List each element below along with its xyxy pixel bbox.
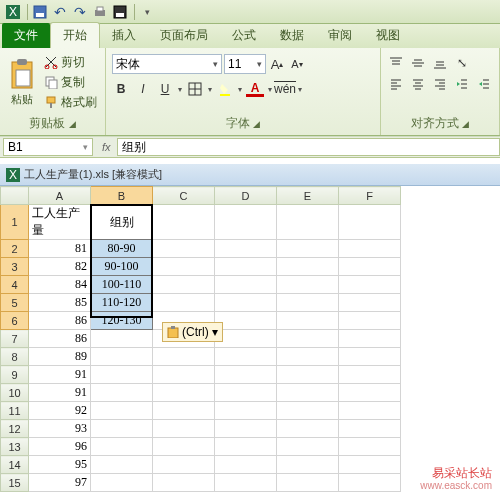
- increase-indent-icon[interactable]: [475, 75, 493, 93]
- cell[interactable]: [277, 240, 339, 258]
- cell[interactable]: [215, 258, 277, 276]
- row-header[interactable]: 5: [1, 294, 29, 312]
- row-header[interactable]: 15: [1, 474, 29, 492]
- cell[interactable]: [339, 312, 401, 330]
- cell[interactable]: 97: [29, 474, 91, 492]
- cell[interactable]: [277, 258, 339, 276]
- cell[interactable]: 80-90: [91, 240, 153, 258]
- cell[interactable]: [215, 312, 277, 330]
- font-name-combo[interactable]: 宋体▾: [112, 54, 222, 74]
- cell[interactable]: 82: [29, 258, 91, 276]
- cell[interactable]: [215, 402, 277, 420]
- row-header[interactable]: 14: [1, 456, 29, 474]
- tab-file[interactable]: 文件: [2, 23, 50, 48]
- cell[interactable]: [339, 474, 401, 492]
- cell[interactable]: 85: [29, 294, 91, 312]
- cell[interactable]: [339, 276, 401, 294]
- formula-input[interactable]: [117, 138, 500, 156]
- row-header[interactable]: 10: [1, 384, 29, 402]
- name-box[interactable]: B1▾: [3, 138, 93, 156]
- bold-icon[interactable]: B: [112, 80, 130, 98]
- align-right-icon[interactable]: [431, 75, 449, 93]
- cell[interactable]: [339, 402, 401, 420]
- underline-icon[interactable]: U: [156, 80, 174, 98]
- select-all-corner[interactable]: [1, 187, 29, 205]
- cell[interactable]: [91, 330, 153, 348]
- cell[interactable]: [215, 294, 277, 312]
- cell[interactable]: [277, 348, 339, 366]
- cell[interactable]: [339, 438, 401, 456]
- cell[interactable]: [277, 205, 339, 240]
- cell[interactable]: [277, 294, 339, 312]
- save-icon[interactable]: [31, 3, 49, 21]
- copy-button[interactable]: 复制: [42, 73, 99, 92]
- cell[interactable]: [215, 456, 277, 474]
- cell[interactable]: [153, 438, 215, 456]
- orientation-icon[interactable]: ⤡: [453, 54, 471, 72]
- cell[interactable]: [215, 276, 277, 294]
- tab-home[interactable]: 开始: [50, 22, 100, 48]
- cell[interactable]: [215, 438, 277, 456]
- cell[interactable]: [153, 276, 215, 294]
- phonetic-icon[interactable]: wén: [276, 80, 294, 98]
- cell[interactable]: [277, 474, 339, 492]
- italic-icon[interactable]: I: [134, 80, 152, 98]
- align-middle-icon[interactable]: [409, 54, 427, 72]
- undo-icon[interactable]: ↶: [51, 3, 69, 21]
- cell[interactable]: [215, 240, 277, 258]
- align-center-icon[interactable]: [409, 75, 427, 93]
- cell[interactable]: [277, 366, 339, 384]
- increase-font-icon[interactable]: A▴: [268, 55, 286, 73]
- decrease-font-icon[interactable]: A▾: [288, 55, 306, 73]
- cell[interactable]: [339, 384, 401, 402]
- cell[interactable]: [153, 366, 215, 384]
- tab-review[interactable]: 审阅: [316, 23, 364, 48]
- cell[interactable]: [277, 420, 339, 438]
- tab-data[interactable]: 数据: [268, 23, 316, 48]
- cell[interactable]: 120-130: [91, 312, 153, 330]
- col-header-c[interactable]: C: [153, 187, 215, 205]
- row-header[interactable]: 4: [1, 276, 29, 294]
- font-size-combo[interactable]: 11▾: [224, 54, 266, 74]
- cell[interactable]: 96: [29, 438, 91, 456]
- cell[interactable]: 95: [29, 456, 91, 474]
- cell[interactable]: [277, 456, 339, 474]
- row-header[interactable]: 7: [1, 330, 29, 348]
- row-header[interactable]: 9: [1, 366, 29, 384]
- cell[interactable]: [153, 258, 215, 276]
- cell[interactable]: 89: [29, 348, 91, 366]
- cell[interactable]: [153, 384, 215, 402]
- cell[interactable]: [339, 330, 401, 348]
- cell[interactable]: [153, 402, 215, 420]
- tab-insert[interactable]: 插入: [100, 23, 148, 48]
- row-header[interactable]: 6: [1, 312, 29, 330]
- cell[interactable]: [339, 366, 401, 384]
- cell[interactable]: [91, 420, 153, 438]
- cell[interactable]: 110-120: [91, 294, 153, 312]
- cell[interactable]: [215, 366, 277, 384]
- cell[interactable]: [339, 258, 401, 276]
- redo-icon[interactable]: ↷: [71, 3, 89, 21]
- cell[interactable]: [153, 420, 215, 438]
- row-header[interactable]: 3: [1, 258, 29, 276]
- tab-formulas[interactable]: 公式: [220, 23, 268, 48]
- paste-options-button[interactable]: (Ctrl) ▾: [162, 322, 223, 342]
- cell[interactable]: [339, 456, 401, 474]
- cell[interactable]: [91, 438, 153, 456]
- cell[interactable]: [339, 348, 401, 366]
- font-color-icon[interactable]: A: [246, 82, 264, 97]
- cell[interactable]: [339, 205, 401, 240]
- cell[interactable]: [153, 456, 215, 474]
- cell[interactable]: [215, 348, 277, 366]
- col-header-e[interactable]: E: [277, 187, 339, 205]
- cell[interactable]: [277, 384, 339, 402]
- qat-customize-icon[interactable]: ▾: [138, 3, 156, 21]
- cell[interactable]: [91, 474, 153, 492]
- cell[interactable]: [277, 312, 339, 330]
- cell[interactable]: [215, 205, 277, 240]
- cell[interactable]: 92: [29, 402, 91, 420]
- cell[interactable]: [339, 294, 401, 312]
- cell[interactable]: [215, 420, 277, 438]
- cell[interactable]: [91, 402, 153, 420]
- row-header[interactable]: 2: [1, 240, 29, 258]
